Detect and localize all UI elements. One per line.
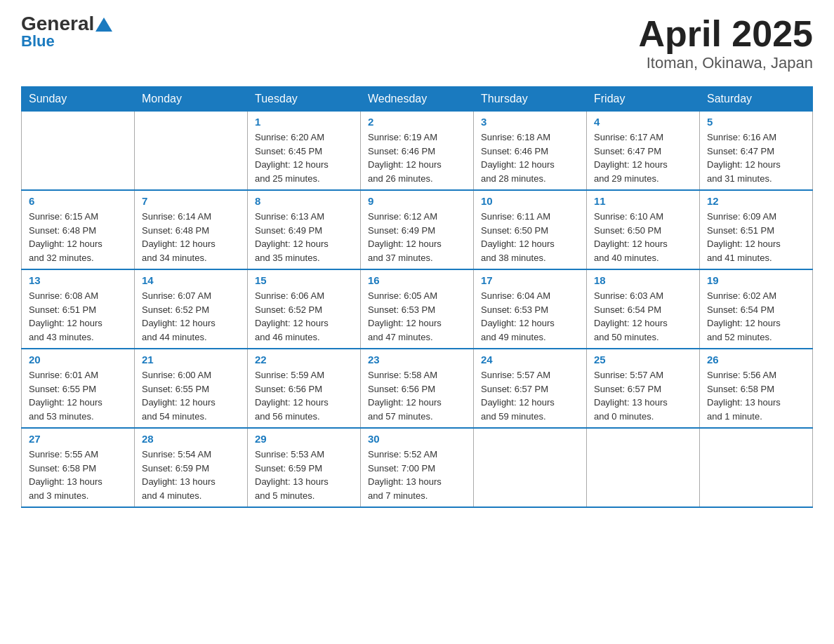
day-number: 6	[29, 195, 127, 207]
day-info: Sunrise: 6:20 AM Sunset: 6:45 PM Dayligh…	[255, 130, 353, 185]
calendar-cell: 6Sunrise: 6:15 AM Sunset: 6:48 PM Daylig…	[22, 190, 135, 269]
day-number: 19	[707, 274, 805, 286]
day-info: Sunrise: 6:05 AM Sunset: 6:53 PM Dayligh…	[368, 289, 466, 344]
day-info: Sunrise: 6:14 AM Sunset: 6:48 PM Dayligh…	[142, 210, 240, 264]
day-info: Sunrise: 6:06 AM Sunset: 6:52 PM Dayligh…	[255, 289, 353, 344]
day-info: Sunrise: 6:07 AM Sunset: 6:52 PM Dayligh…	[142, 289, 240, 344]
day-info: Sunrise: 5:57 AM Sunset: 6:57 PM Dayligh…	[481, 368, 579, 423]
calendar-cell	[22, 112, 135, 191]
calendar-cell: 4Sunrise: 6:17 AM Sunset: 6:47 PM Daylig…	[587, 112, 700, 191]
calendar-cell: 23Sunrise: 5:58 AM Sunset: 6:56 PM Dayli…	[361, 349, 474, 428]
day-number: 17	[481, 274, 579, 286]
day-number: 22	[255, 354, 353, 365]
calendar-cell: 29Sunrise: 5:53 AM Sunset: 6:59 PM Dayli…	[248, 428, 361, 507]
calendar-cell: 16Sunrise: 6:05 AM Sunset: 6:53 PM Dayli…	[361, 269, 474, 349]
calendar-header-row: Sunday Monday Tuesday Wednesday Thursday…	[22, 87, 813, 112]
day-info: Sunrise: 6:19 AM Sunset: 6:46 PM Dayligh…	[368, 130, 466, 185]
calendar-cell: 9Sunrise: 6:12 AM Sunset: 6:49 PM Daylig…	[361, 190, 474, 269]
calendar-table: Sunday Monday Tuesday Wednesday Thursday…	[21, 86, 813, 508]
day-info: Sunrise: 5:58 AM Sunset: 6:56 PM Dayligh…	[368, 368, 466, 423]
day-number: 2	[368, 116, 466, 128]
calendar-week-1: 1Sunrise: 6:20 AM Sunset: 6:45 PM Daylig…	[22, 112, 813, 191]
day-number: 26	[707, 354, 805, 365]
logo-blue-text: Blue	[21, 34, 55, 49]
day-info: Sunrise: 6:13 AM Sunset: 6:49 PM Dayligh…	[255, 210, 353, 264]
title-block: April 2025 Itoman, Okinawa, Japan	[638, 14, 813, 72]
calendar-cell: 3Sunrise: 6:18 AM Sunset: 6:46 PM Daylig…	[474, 112, 587, 191]
day-number: 16	[368, 274, 466, 286]
day-number: 23	[368, 354, 466, 365]
header-friday: Friday	[587, 87, 700, 112]
day-info: Sunrise: 6:08 AM Sunset: 6:51 PM Dayligh…	[29, 289, 127, 344]
day-info: Sunrise: 6:04 AM Sunset: 6:53 PM Dayligh…	[481, 289, 579, 344]
calendar-title: April 2025	[638, 14, 813, 54]
day-number: 18	[594, 274, 692, 286]
calendar-cell: 20Sunrise: 6:01 AM Sunset: 6:55 PM Dayli…	[22, 349, 135, 428]
calendar-cell: 19Sunrise: 6:02 AM Sunset: 6:54 PM Dayli…	[700, 269, 813, 349]
day-info: Sunrise: 6:03 AM Sunset: 6:54 PM Dayligh…	[594, 289, 692, 344]
calendar-cell: 28Sunrise: 5:54 AM Sunset: 6:59 PM Dayli…	[135, 428, 248, 507]
day-info: Sunrise: 6:18 AM Sunset: 6:46 PM Dayligh…	[481, 130, 579, 185]
calendar-cell: 17Sunrise: 6:04 AM Sunset: 6:53 PM Dayli…	[474, 269, 587, 349]
calendar-cell	[700, 428, 813, 507]
calendar-cell: 26Sunrise: 5:56 AM Sunset: 6:58 PM Dayli…	[700, 349, 813, 428]
day-number: 7	[142, 195, 240, 207]
day-number: 9	[368, 195, 466, 207]
day-number: 15	[255, 274, 353, 286]
day-info: Sunrise: 5:57 AM Sunset: 6:57 PM Dayligh…	[594, 368, 692, 423]
header-monday: Monday	[135, 87, 248, 112]
calendar-week-3: 13Sunrise: 6:08 AM Sunset: 6:51 PM Dayli…	[22, 269, 813, 349]
calendar-cell: 18Sunrise: 6:03 AM Sunset: 6:54 PM Dayli…	[587, 269, 700, 349]
logo: General Blue	[21, 14, 112, 49]
day-info: Sunrise: 6:11 AM Sunset: 6:50 PM Dayligh…	[481, 210, 579, 264]
day-info: Sunrise: 5:55 AM Sunset: 6:58 PM Dayligh…	[29, 448, 127, 502]
header-saturday: Saturday	[700, 87, 813, 112]
day-info: Sunrise: 6:12 AM Sunset: 6:49 PM Dayligh…	[368, 210, 466, 264]
day-number: 20	[29, 354, 127, 365]
day-info: Sunrise: 6:15 AM Sunset: 6:48 PM Dayligh…	[29, 210, 127, 264]
calendar-cell	[474, 428, 587, 507]
calendar-week-4: 20Sunrise: 6:01 AM Sunset: 6:55 PM Dayli…	[22, 349, 813, 428]
calendar-cell	[587, 428, 700, 507]
calendar-cell: 8Sunrise: 6:13 AM Sunset: 6:49 PM Daylig…	[248, 190, 361, 269]
day-info: Sunrise: 5:53 AM Sunset: 6:59 PM Dayligh…	[255, 448, 353, 502]
calendar-location: Itoman, Okinawa, Japan	[638, 54, 813, 72]
header-tuesday: Tuesday	[248, 87, 361, 112]
calendar-cell: 21Sunrise: 6:00 AM Sunset: 6:55 PM Dayli…	[135, 349, 248, 428]
calendar-cell	[135, 112, 248, 191]
day-info: Sunrise: 6:16 AM Sunset: 6:47 PM Dayligh…	[707, 130, 805, 185]
day-number: 14	[142, 274, 240, 286]
day-number: 10	[481, 195, 579, 207]
header-thursday: Thursday	[474, 87, 587, 112]
day-info: Sunrise: 6:02 AM Sunset: 6:54 PM Dayligh…	[707, 289, 805, 344]
calendar-cell: 15Sunrise: 6:06 AM Sunset: 6:52 PM Dayli…	[248, 269, 361, 349]
day-info: Sunrise: 5:54 AM Sunset: 6:59 PM Dayligh…	[142, 448, 240, 502]
calendar-cell: 11Sunrise: 6:10 AM Sunset: 6:50 PM Dayli…	[587, 190, 700, 269]
calendar-cell: 5Sunrise: 6:16 AM Sunset: 6:47 PM Daylig…	[700, 112, 813, 191]
calendar-week-5: 27Sunrise: 5:55 AM Sunset: 6:58 PM Dayli…	[22, 428, 813, 507]
day-info: Sunrise: 5:52 AM Sunset: 7:00 PM Dayligh…	[368, 448, 466, 502]
day-number: 3	[481, 116, 579, 128]
logo-general-text: General	[21, 14, 112, 34]
day-number: 30	[368, 433, 466, 445]
day-number: 12	[707, 195, 805, 207]
header-sunday: Sunday	[22, 87, 135, 112]
calendar-cell: 13Sunrise: 6:08 AM Sunset: 6:51 PM Dayli…	[22, 269, 135, 349]
calendar-cell: 30Sunrise: 5:52 AM Sunset: 7:00 PM Dayli…	[361, 428, 474, 507]
day-info: Sunrise: 5:56 AM Sunset: 6:58 PM Dayligh…	[707, 368, 805, 423]
day-number: 4	[594, 116, 692, 128]
day-number: 13	[29, 274, 127, 286]
day-info: Sunrise: 6:17 AM Sunset: 6:47 PM Dayligh…	[594, 130, 692, 185]
day-number: 25	[594, 354, 692, 365]
day-number: 11	[594, 195, 692, 207]
calendar-cell: 25Sunrise: 5:57 AM Sunset: 6:57 PM Dayli…	[587, 349, 700, 428]
calendar-week-2: 6Sunrise: 6:15 AM Sunset: 6:48 PM Daylig…	[22, 190, 813, 269]
calendar-cell: 2Sunrise: 6:19 AM Sunset: 6:46 PM Daylig…	[361, 112, 474, 191]
day-info: Sunrise: 6:01 AM Sunset: 6:55 PM Dayligh…	[29, 368, 127, 423]
day-number: 24	[481, 354, 579, 365]
day-number: 21	[142, 354, 240, 365]
day-number: 8	[255, 195, 353, 207]
day-info: Sunrise: 6:10 AM Sunset: 6:50 PM Dayligh…	[594, 210, 692, 264]
calendar-cell: 24Sunrise: 5:57 AM Sunset: 6:57 PM Dayli…	[474, 349, 587, 428]
day-number: 1	[255, 116, 353, 128]
